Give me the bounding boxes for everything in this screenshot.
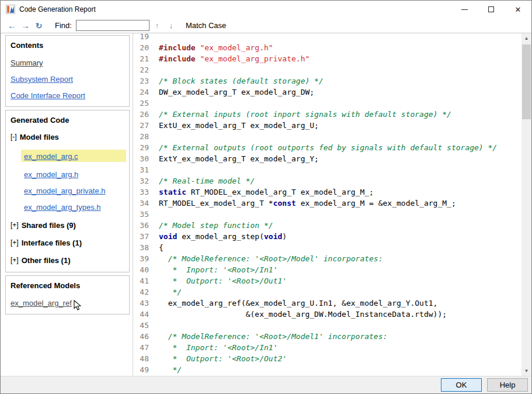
file-link[interactable]: ex_model_arg.c	[24, 152, 78, 161]
code-text	[149, 98, 159, 109]
code-line: 30ExtY_ex_model_arg_T ex_model_arg_Y;	[133, 153, 521, 164]
back-arrow-icon: ←	[8, 20, 16, 30]
line-number: 32	[133, 175, 149, 186]
line-number: 44	[133, 309, 149, 320]
line-number: 30	[133, 153, 149, 164]
line-number: 23	[133, 75, 149, 87]
file-item-ex_model_arg_private-h[interactable]: ex_model_arg_private.h	[24, 185, 124, 195]
code-text	[149, 33, 159, 42]
line-number: 41	[133, 275, 149, 286]
code-text: * Outport: '<Root>/Out2'	[149, 353, 287, 364]
footer-bar: OK Help	[1, 376, 531, 393]
line-number: 37	[133, 231, 149, 242]
contents-heading: Contents	[11, 41, 124, 50]
code-text: RT_MODEL_ex_model_arg_T *const ex_model_…	[149, 198, 456, 209]
help-button[interactable]: Help	[487, 378, 528, 392]
minimize-icon	[461, 9, 468, 10]
scroll-down-button[interactable]: ▼	[521, 366, 531, 376]
link-code-interface-report[interactable]: Code Interface Report	[11, 91, 85, 100]
minimize-button[interactable]	[451, 1, 478, 18]
find-previous-button[interactable]: ↑	[151, 21, 164, 30]
vertical-scrollbar[interactable]: ▲ ▼	[521, 33, 531, 376]
file-item-ex_model_arg-h[interactable]: ex_model_arg.h	[24, 169, 124, 178]
file-item-ex_model_arg_types-h[interactable]: ex_model_arg_types.h	[24, 202, 124, 211]
collapse-icon[interactable]: [-]	[11, 133, 17, 141]
line-number: 49	[133, 364, 149, 375]
code-text: */	[149, 286, 182, 298]
line-number: 31	[133, 164, 149, 175]
group-label: Interface files (1)	[22, 239, 82, 247]
link-ex_model_arg_ref[interactable]: ex_model_arg_ref	[11, 299, 72, 307]
code-text: */	[149, 364, 182, 375]
group-other-files[interactable]: [+] Other files (1)	[11, 255, 124, 265]
code-line: 45	[133, 320, 521, 331]
file-link[interactable]: ex_model_arg.h	[24, 170, 78, 179]
window-title: Code Generation Report	[19, 5, 96, 13]
forward-button[interactable]: →	[19, 20, 32, 30]
code-line: 34RT_MODEL_ex_model_arg_T *const ex_mode…	[133, 198, 521, 209]
code-text: static RT_MODEL_ex_model_arg_T ex_model_…	[149, 186, 374, 198]
code-line: 20#include "ex_model_arg.h"	[133, 42, 521, 53]
code-line: 28	[133, 131, 521, 142]
scroll-up-button[interactable]: ▲	[521, 33, 531, 43]
code-line: 25	[133, 98, 521, 109]
code-line: 46 /* ModelReference: '<Root>/Model1' in…	[133, 331, 521, 342]
forward-arrow-icon: →	[21, 20, 30, 30]
link-subsystem-report[interactable]: Subsystem Report	[11, 75, 73, 84]
reload-button[interactable]: ↻	[32, 21, 46, 30]
expand-icon[interactable]: [+]	[11, 221, 19, 229]
code-text	[149, 131, 159, 142]
file-link[interactable]: ex_model_arg_private.h	[24, 186, 105, 195]
code-scroll-region[interactable]: 1920#include "ex_model_arg.h"21#include …	[133, 33, 521, 376]
code-text: /* External outputs (root outports fed b…	[149, 142, 497, 153]
scrollbar-thumb[interactable]	[522, 44, 531, 119]
line-number: 27	[133, 120, 149, 131]
maximize-button[interactable]	[478, 1, 505, 18]
contents-panel: Contents Summary Subsystem Report Code I…	[5, 35, 130, 107]
code-generation-report-window: Code Generation Report ✕ ← → ↻ Find: ↑ ↓…	[0, 0, 532, 394]
line-number: 46	[133, 331, 149, 342]
code-line: 39 /* ModelReference: '<Root>/Model' inc…	[133, 253, 521, 264]
list-item: ex_model_arg_ref	[11, 298, 124, 307]
code-text: ExtY_ex_model_arg_T ex_model_arg_Y;	[149, 153, 319, 164]
link-summary[interactable]: Summary	[11, 58, 43, 67]
code-line: 29/* External outputs (root outports fed…	[133, 142, 521, 153]
code-line: 21#include "ex_model_arg_private.h"	[133, 53, 521, 64]
window-controls: ✕	[451, 1, 531, 18]
find-next-button[interactable]: ↓	[165, 21, 178, 30]
expand-icon[interactable]: [+]	[11, 239, 19, 247]
model-files-list: ex_model_arg.c ex_model_arg.h ex_model_a…	[24, 150, 124, 211]
line-number: 45	[133, 320, 149, 331]
group-interface-files[interactable]: [+] Interface files (1)	[11, 238, 124, 247]
line-number: 26	[133, 109, 149, 120]
file-item-ex_model_arg-c[interactable]: ex_model_arg.c	[21, 150, 126, 162]
match-case-toggle[interactable]: Match Case	[186, 21, 226, 30]
find-input[interactable]	[76, 20, 149, 31]
report-body: Contents Summary Subsystem Report Code I…	[1, 33, 531, 376]
code-line: 35	[133, 209, 521, 220]
line-number: 22	[133, 64, 149, 75]
list-item: Code Interface Report	[11, 90, 124, 99]
code-text	[149, 64, 159, 75]
reload-icon: ↻	[36, 21, 43, 30]
code-line: 36/* Model step function */	[133, 220, 521, 231]
line-number: 21	[133, 53, 149, 64]
ok-button[interactable]: OK	[441, 378, 482, 392]
code-text: /* Real-time model */	[149, 175, 255, 186]
back-button[interactable]: ←	[5, 20, 19, 30]
code-text: * Inport: '<Root>/In1'	[149, 264, 278, 275]
line-number: 35	[133, 209, 149, 220]
scroll-down-icon: ▼	[524, 368, 529, 374]
close-button[interactable]: ✕	[505, 1, 531, 18]
down-arrow-icon: ↓	[169, 21, 173, 30]
expand-icon[interactable]: [+]	[11, 256, 19, 264]
group-label: Other files (1)	[22, 256, 71, 265]
code-text: #include "ex_model_arg_private.h"	[149, 53, 310, 64]
code-line: 42 */	[133, 286, 521, 298]
group-model-files[interactable]: [-] Model files	[11, 132, 124, 141]
scrollbar-track[interactable]	[521, 43, 531, 366]
group-shared-files[interactable]: [+] Shared files (9)	[11, 220, 124, 230]
file-link[interactable]: ex_model_arg_types.h	[24, 203, 101, 212]
code-line: 24DW_ex_model_arg_T ex_model_arg_DW;	[133, 87, 521, 98]
line-number: 48	[133, 353, 149, 364]
